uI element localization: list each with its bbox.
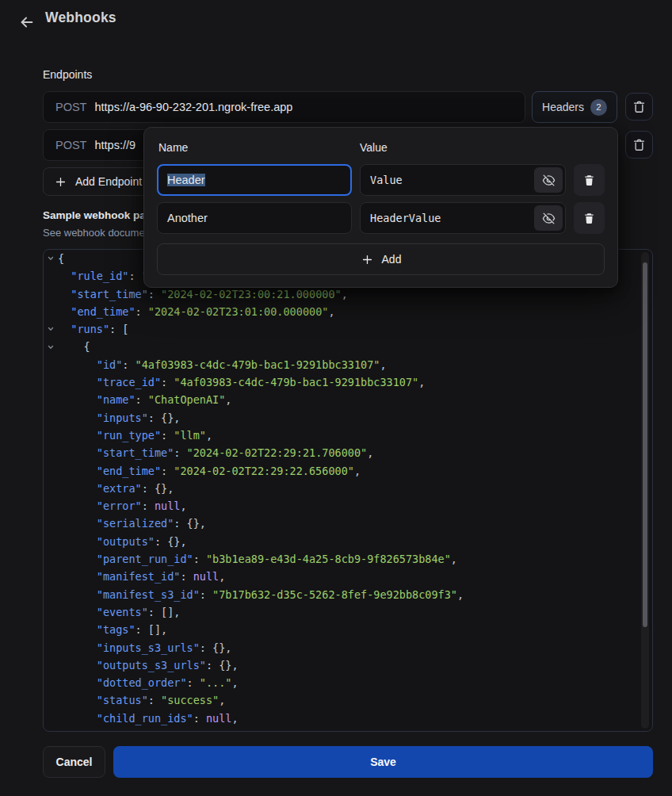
- code-line: "inputs": {},: [44, 409, 652, 427]
- code-gutter: [44, 515, 58, 532]
- code-line: {: [44, 338, 652, 355]
- code-gutter: [44, 373, 58, 391]
- code-line: "end_time": "2024-02-02T23:01:00.000000"…: [44, 303, 652, 320]
- code-gutter: [44, 462, 58, 480]
- code-line: "runs": [: [44, 320, 652, 338]
- code-line: "outputs": {},: [44, 533, 652, 550]
- delete-endpoint-button[interactable]: [625, 131, 653, 159]
- code-line: "end_time": "2024-02-02T22:29:22.656000"…: [44, 462, 652, 480]
- code-line: "status": "success",: [44, 691, 652, 709]
- code-line: "direct_child_run_ids": null,: [44, 727, 652, 732]
- arrow-left-icon: [18, 13, 36, 31]
- code-gutter: [44, 480, 58, 497]
- code-line: "serialized": {},: [44, 515, 652, 532]
- code-gutter: [44, 639, 58, 656]
- endpoint-url-input[interactable]: POST https://a-96-90-232-201.ngrok-free.…: [43, 91, 525, 123]
- header-value-input[interactable]: Value: [360, 164, 566, 196]
- code-gutter: [44, 267, 58, 285]
- code-line: "error": null,: [44, 497, 652, 515]
- header-name-input[interactable]: Header: [157, 164, 352, 196]
- code-line: "tags": [],: [44, 621, 652, 638]
- header-value-text: HeaderValue: [370, 212, 441, 224]
- trash-icon: [632, 137, 647, 152]
- code-line: "child_run_ids": null,: [44, 710, 652, 727]
- plus-icon: [54, 175, 67, 189]
- eye-off-icon: [542, 174, 556, 187]
- header-value-input[interactable]: HeaderValue: [360, 202, 566, 234]
- code-gutter: [44, 409, 58, 427]
- http-method-label: POST: [55, 139, 86, 151]
- code-gutter: [44, 621, 58, 638]
- code-gutter: [44, 691, 58, 709]
- trash-icon: [632, 99, 647, 114]
- payload-code-block: { "rule_id": "...", "start_time": "2024-…: [43, 249, 653, 732]
- plus-icon: [361, 253, 374, 266]
- toggle-value-visibility-button[interactable]: [534, 205, 563, 231]
- cancel-button[interactable]: Cancel: [43, 746, 105, 778]
- toggle-value-visibility-button[interactable]: [534, 167, 563, 193]
- code-line: "inputs_s3_urls": {},: [44, 639, 652, 656]
- code-line: "parent_run_id": "b3b1ea89-e43d-4a25-8cb…: [44, 550, 652, 568]
- code-gutter: [44, 391, 58, 408]
- code-scrollbar-track[interactable]: [641, 252, 649, 729]
- code-line: "outputs_s3_urls": {},: [44, 656, 652, 674]
- code-line: "run_type": "llm",: [44, 427, 652, 444]
- endpoint-url-value: https://a-96-90-232-201.ngrok-free.app: [94, 101, 292, 113]
- add-header-label: Add: [382, 253, 402, 266]
- code-line: "manifest_id": null,: [44, 568, 652, 585]
- headers-count-badge: 2: [590, 99, 607, 116]
- endpoints-label: Endpoints: [43, 68, 92, 81]
- trash-icon: [582, 212, 596, 225]
- code-scrollbar-thumb[interactable]: [643, 262, 647, 627]
- code-gutter: [44, 710, 58, 727]
- header-name-text: Another: [167, 212, 208, 224]
- code-line: "dotted_order": "...",: [44, 674, 652, 691]
- code-line: "start_time": "2024-02-02T22:29:21.70600…: [44, 444, 652, 461]
- code-gutter: [44, 586, 58, 603]
- delete-endpoint-button[interactable]: [625, 93, 653, 121]
- trash-icon: [582, 174, 596, 187]
- code-gutter: [44, 427, 58, 444]
- http-method-label: POST: [55, 101, 86, 113]
- code-gutter: [44, 656, 58, 674]
- collapse-chevron-icon[interactable]: [44, 250, 58, 267]
- code-gutter: [44, 356, 58, 373]
- code-gutter: [44, 285, 58, 303]
- back-button[interactable]: [11, 6, 43, 38]
- code-line: "extra": {},: [44, 480, 652, 497]
- add-header-button[interactable]: Add: [157, 243, 605, 275]
- code-gutter: [44, 603, 58, 621]
- selected-text: Header: [167, 174, 205, 186]
- headers-button[interactable]: Headers 2: [532, 91, 617, 123]
- collapse-chevron-icon[interactable]: [44, 338, 58, 355]
- headers-popover: Name Value Header Value Another HeaderVa…: [143, 127, 618, 288]
- header-name-input[interactable]: Another: [157, 202, 352, 234]
- headers-button-label: Headers: [542, 101, 584, 113]
- name-column-label: Name: [158, 141, 188, 154]
- code-gutter: [44, 444, 58, 461]
- code-gutter: [44, 674, 58, 691]
- delete-header-button[interactable]: [574, 202, 605, 234]
- endpoint-url-value: https://9: [94, 139, 136, 151]
- code-gutter: [44, 568, 58, 585]
- code-gutter: [44, 550, 58, 568]
- page-title: Webhooks: [45, 10, 116, 26]
- save-button[interactable]: Save: [113, 746, 653, 778]
- code-gutter: [44, 303, 58, 320]
- eye-off-icon: [542, 212, 556, 225]
- code-line: "events": [],: [44, 603, 652, 621]
- code-gutter: [44, 727, 58, 732]
- code-line: "manifest_s3_id": "7b17b632-d35c-5262-8f…: [44, 586, 652, 603]
- code-gutter: [44, 497, 58, 515]
- add-endpoint-label: Add Endpoint: [75, 175, 142, 188]
- delete-header-button[interactable]: [574, 164, 605, 196]
- code-gutter: [44, 533, 58, 550]
- code-line: "trace_id": "4af03983-c4dc-479b-bac1-929…: [44, 373, 652, 391]
- code-line: "name": "ChatOpenAI",: [44, 391, 652, 408]
- code-line: "id": "4af03983-c4dc-479b-bac1-9291bbc33…: [44, 356, 652, 373]
- collapse-chevron-icon[interactable]: [44, 320, 58, 338]
- value-column-label: Value: [360, 141, 388, 154]
- header-value-text: Value: [370, 174, 403, 186]
